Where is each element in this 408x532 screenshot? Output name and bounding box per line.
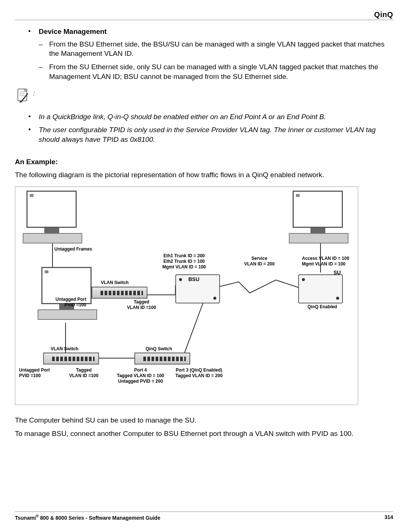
- qinq-diagram: Untagged Frames VLAN Switch Untagged Por…: [15, 187, 358, 405]
- label-su: SU: [334, 270, 341, 276]
- example-intro: The following diagram is the pictorial r…: [15, 170, 393, 180]
- svg-line-11: [185, 302, 203, 353]
- example-heading: An Example:: [15, 157, 393, 167]
- label-tagged-vlan-top: TaggedVLAN ID =100: [127, 299, 156, 310]
- footer-brand: Tsunami: [15, 515, 36, 521]
- label-untagged-port-bottom: Untagged PortPVID =100: [19, 367, 50, 379]
- label-qinq-switch: QinQ Switch: [146, 346, 172, 352]
- header-rule: [15, 20, 393, 20]
- page-header-title: QinQ: [15, 10, 393, 19]
- label-tagged-vlan-bottom: TaggedVLAN ID =100: [69, 367, 98, 379]
- note-item-2: The user configurable TPID is only used …: [28, 125, 393, 144]
- note-item-1: In a QuickBridge link, Q-in-Q should be …: [28, 112, 393, 122]
- note-icon: :: [16, 88, 393, 108]
- device-management-title: Device Management: [39, 28, 107, 35]
- vlan-switch-top: [92, 287, 147, 299]
- monitor-top-left: [26, 191, 77, 243]
- label-port3: Port 3 (QinQ Enabled)Tagged VLAN ID = 20…: [175, 367, 223, 379]
- page-footer: Tsunami® 800 & 8000 Series - Software Ma…: [15, 512, 393, 521]
- label-bsu: BSU: [188, 276, 200, 283]
- devmgmt-sub-1: From the BSU Ethernet side, the BSU/SU c…: [39, 39, 393, 58]
- note-colon: :: [33, 90, 35, 96]
- bullet-device-management: Device Management From the BSU Ethernet …: [28, 27, 393, 81]
- label-vlan-switch-bottom: VLAN Switch: [51, 346, 79, 352]
- label-untagged-port-top: Untagged PortPVID =100: [55, 297, 86, 308]
- monitor-mid: [41, 267, 92, 320]
- label-bsu-config: Eth1 Trunk ID = 200Eth2 Trunk ID = 100Mg…: [162, 253, 206, 270]
- label-qinq-enabled: QinQ Enabled: [307, 304, 337, 310]
- footer-guide: 800 & 8000 Series - Software Management …: [39, 515, 160, 521]
- qinq-switch: [134, 353, 190, 364]
- label-untagged-frames: Untagged Frames: [54, 246, 92, 252]
- label-su-config: Access VLAN ID = 100Mgmt VLAN ID = 100: [302, 256, 349, 267]
- devmgmt-sub-2: From the SU Ethernet side, only SU can b…: [39, 62, 393, 81]
- monitor-right: [293, 191, 343, 243]
- label-vlan-switch-top: VLAN Switch: [101, 280, 129, 286]
- label-service-vlan: ServiceVLAN ID = 200: [244, 256, 275, 267]
- footer-reg-mark: ®: [36, 514, 39, 518]
- footer-left: Tsunami® 800 & 8000 Series - Software Ma…: [15, 514, 160, 521]
- footer-page-number: 314: [385, 514, 393, 521]
- su-unit: [298, 274, 343, 303]
- vlan-switch-bottom: [43, 353, 99, 364]
- after-diagram-line1: The Computer behind SU can be used to ma…: [15, 415, 393, 425]
- after-diagram-line2: To manage BSU, connect another Computer …: [15, 429, 393, 439]
- label-port4: Port 4Tagged VLAN ID = 100Untagged PVID …: [117, 367, 164, 384]
